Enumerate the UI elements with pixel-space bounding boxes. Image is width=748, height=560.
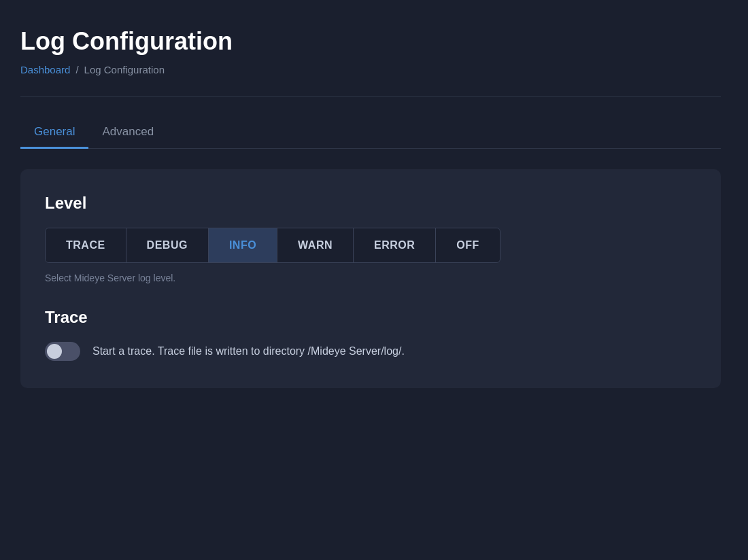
level-section: Level TRACE DEBUG INFO WARN ERROR OFF Se… bbox=[45, 194, 696, 283]
level-btn-warn[interactable]: WARN bbox=[277, 228, 354, 262]
level-btn-debug[interactable]: DEBUG bbox=[126, 228, 209, 262]
toggle-thumb bbox=[47, 344, 62, 359]
page-title: Log Configuration bbox=[20, 27, 721, 56]
trace-toggle[interactable] bbox=[45, 342, 80, 361]
breadcrumb-home[interactable]: Dashboard bbox=[20, 64, 70, 75]
tab-bar: General Advanced bbox=[20, 117, 721, 149]
settings-card: Level TRACE DEBUG INFO WARN ERROR OFF Se… bbox=[20, 169, 721, 388]
breadcrumb-separator: / bbox=[75, 64, 78, 75]
trace-description: Start a trace. Trace file is written to … bbox=[92, 345, 405, 357]
trace-row: Start a trace. Trace file is written to … bbox=[45, 342, 696, 361]
level-hint: Select Mideye Server log level. bbox=[45, 273, 696, 283]
tab-general[interactable]: General bbox=[20, 117, 88, 149]
tab-advanced[interactable]: Advanced bbox=[88, 117, 167, 149]
header-divider bbox=[20, 96, 721, 97]
trace-section: Trace Start a trace. Trace file is writt… bbox=[45, 308, 696, 361]
level-btn-off[interactable]: OFF bbox=[436, 228, 500, 262]
level-section-title: Level bbox=[45, 194, 696, 213]
breadcrumb-current: Log Configuration bbox=[84, 64, 165, 75]
level-btn-info[interactable]: INFO bbox=[209, 228, 277, 262]
level-btn-trace[interactable]: TRACE bbox=[46, 228, 126, 262]
breadcrumb: Dashboard / Log Configuration bbox=[20, 64, 721, 75]
level-button-group: TRACE DEBUG INFO WARN ERROR OFF bbox=[45, 228, 500, 263]
trace-section-title: Trace bbox=[45, 308, 696, 327]
toggle-track[interactable] bbox=[45, 342, 80, 361]
level-btn-error[interactable]: ERROR bbox=[354, 228, 436, 262]
